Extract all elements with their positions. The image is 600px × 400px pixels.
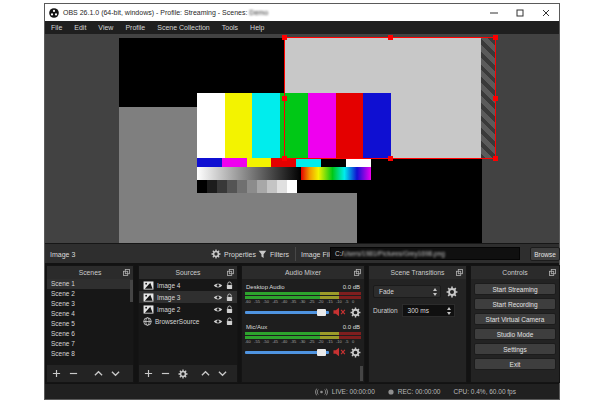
channel-name: Mic/Aux [246, 324, 267, 330]
menu-item-help[interactable]: Help [244, 21, 270, 34]
selection-handle-top-right[interactable] [493, 35, 498, 40]
scene-row[interactable]: Scene 4 [47, 309, 133, 319]
controls-title: Controls [502, 269, 527, 276]
image-file-input[interactable]: C:/Users/1981/Pictures/Grey1698.png [330, 247, 520, 260]
lock-icon[interactable] [226, 281, 233, 290]
selection-handle-mid-right[interactable] [493, 96, 498, 101]
scene-row[interactable]: Scene 3 [47, 299, 133, 309]
transition-settings-gear-icon[interactable] [446, 286, 458, 298]
spin-down-icon[interactable] [447, 312, 451, 315]
selection-rect[interactable] [284, 37, 496, 159]
move-scene-up-button[interactable] [94, 370, 103, 377]
mute-button-speaker-muted-icon[interactable] [333, 347, 346, 357]
controls-header: Controls [471, 266, 559, 279]
menubar: File Edit View Profile Scene Collection … [45, 21, 559, 34]
lock-icon[interactable] [226, 293, 233, 302]
duration-spinbox[interactable]: 300 ms [402, 304, 455, 317]
source-row[interactable]: Image 4 [139, 279, 237, 291]
popout-icon[interactable] [354, 269, 361, 276]
preview-area [45, 34, 559, 243]
channel-settings-gear-icon[interactable] [350, 347, 361, 358]
menu-item-scene-collection[interactable]: Scene Collection [151, 21, 216, 34]
gear-icon [211, 249, 221, 259]
eye-icon[interactable] [213, 318, 223, 325]
add-source-button[interactable] [144, 369, 153, 378]
mute-button-speaker-muted-icon[interactable] [333, 307, 346, 317]
globe-icon [143, 317, 152, 326]
mixer-scrollbar[interactable] [360, 366, 363, 381]
close-button[interactable] [533, 4, 559, 21]
obs-logo-icon [49, 8, 59, 18]
lock-icon[interactable] [226, 305, 233, 314]
popout-icon[interactable] [456, 269, 463, 276]
scene-row[interactable]: Scene 5 [47, 319, 133, 329]
source-row[interactable]: Image 3 [139, 291, 237, 303]
panel-controls: Controls Start Streaming Start Recording… [470, 265, 560, 383]
selection-handle-bottom-right[interactable] [493, 156, 498, 161]
move-scene-down-button[interactable] [111, 370, 120, 377]
source-row[interactable]: Image 2 [139, 303, 237, 315]
menu-item-profile[interactable]: Profile [119, 21, 151, 34]
eye-icon[interactable] [213, 294, 223, 301]
slider-handle[interactable] [317, 349, 326, 356]
start-virtual-camera-button[interactable]: Start Virtual Camera [474, 313, 556, 325]
settings-button[interactable]: Settings [474, 343, 556, 355]
scene-row[interactable]: Scene 6 [47, 329, 133, 339]
move-source-down-button[interactable] [218, 370, 227, 377]
channel-name: Desktop Audio [246, 284, 285, 290]
browse-button[interactable]: Browse [530, 247, 560, 261]
scenes-scrollbar[interactable] [130, 280, 133, 302]
selection-handle-top-left[interactable] [282, 35, 287, 40]
start-recording-button[interactable]: Start Recording [474, 298, 556, 310]
close-icon [542, 9, 550, 17]
filters-button[interactable]: Filters [258, 244, 289, 264]
audio-mixer-title: Audio Mixer [285, 269, 321, 276]
channel-settings-gear-icon[interactable] [350, 307, 361, 318]
lock-icon[interactable] [226, 317, 233, 326]
menu-item-tools[interactable]: Tools [216, 21, 244, 34]
filter-icon [258, 250, 267, 259]
spin-up-icon[interactable] [447, 307, 451, 310]
menu-item-edit[interactable]: Edit [68, 21, 92, 34]
sources-title: Sources [176, 269, 201, 276]
source-properties-gear-icon[interactable] [178, 369, 188, 379]
eye-icon[interactable] [213, 282, 223, 289]
maximize-button[interactable] [507, 4, 533, 21]
volume-slider[interactable] [245, 311, 329, 314]
selection-handle-bottom-center[interactable] [388, 156, 393, 161]
scene-row[interactable]: Scene 1 [47, 279, 133, 289]
scene-row[interactable]: Scene 8 [47, 349, 133, 359]
scene-row[interactable]: Scene 7 [47, 339, 133, 349]
selection-handle-mid-left[interactable] [282, 96, 287, 101]
move-source-up-button[interactable] [201, 370, 210, 377]
selection-handle-bottom-left[interactable] [282, 156, 287, 161]
scene-row[interactable]: Scene 2 [47, 289, 133, 299]
source-row[interactable]: BrowserSource [139, 315, 237, 327]
remove-scene-button[interactable] [69, 369, 78, 378]
studio-mode-button[interactable]: Studio Mode [474, 328, 556, 340]
popout-icon[interactable] [123, 269, 130, 276]
transition-select[interactable]: Fade [373, 285, 441, 298]
image-icon [143, 293, 154, 302]
eye-icon[interactable] [213, 306, 223, 313]
minimize-button[interactable] [481, 4, 507, 21]
live-broadcast-icon [315, 388, 328, 396]
menu-item-file[interactable]: File [45, 21, 68, 34]
duration-label: Duration [373, 307, 398, 314]
live-status: LIVE: 00:00:00 [332, 388, 375, 395]
start-streaming-button[interactable]: Start Streaming [474, 283, 556, 295]
popout-icon[interactable] [549, 269, 556, 276]
volume-meter [245, 292, 361, 299]
exit-button[interactable]: Exit [474, 358, 556, 370]
volume-meter [245, 332, 361, 339]
popout-icon[interactable] [227, 269, 234, 276]
selection-handle-top-center[interactable] [388, 35, 393, 40]
properties-button[interactable]: Properties [211, 244, 256, 264]
add-scene-button[interactable] [52, 369, 61, 378]
menu-item-view[interactable]: View [92, 21, 119, 34]
colorbars-gradients [197, 167, 391, 180]
scenes-title: Scenes [79, 269, 102, 276]
remove-source-button[interactable] [161, 369, 170, 378]
volume-slider[interactable] [245, 351, 329, 354]
slider-handle[interactable] [317, 309, 326, 316]
